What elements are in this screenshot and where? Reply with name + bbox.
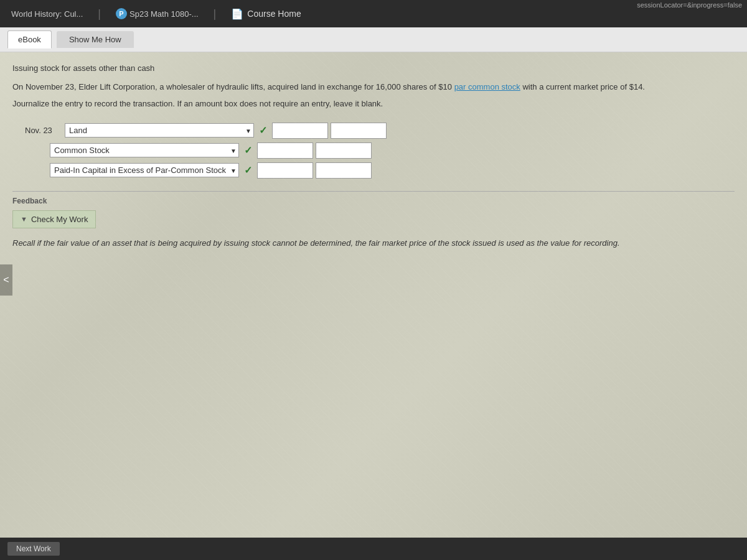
check-mark-3: ✓ <box>244 164 252 176</box>
bottom-bar: Next Work <box>0 538 747 560</box>
doc-icon: 📄 <box>231 8 243 20</box>
journal-row-3: Paid-In Capital in Excess of Par-Common … <box>50 162 735 179</box>
nav-sp23-math[interactable]: P Sp23 Math 1080-... <box>111 6 204 22</box>
input-row-3 <box>257 162 372 179</box>
account-select-3[interactable]: Paid-In Capital in Excess of Par-Common … <box>50 163 239 177</box>
credit-input-1[interactable] <box>331 123 387 139</box>
feedback-text: Recall if the fair value of an asset tha… <box>12 235 735 252</box>
nav-divider-1: | <box>98 7 101 21</box>
account-select-2[interactable]: Common Stock Land Paid-In Capital in Exc… <box>50 143 239 157</box>
issuing-title: Issuing stock for assets other than cash <box>12 62 735 75</box>
show-me-how-tab[interactable]: Show Me How <box>57 31 134 48</box>
nav-course-home[interactable]: 📄 Course Home <box>226 6 306 22</box>
date-label: Nov. 23 <box>25 126 62 135</box>
debit-input-3[interactable] <box>257 162 313 179</box>
nav-divider-2: | <box>214 7 217 21</box>
account-select-wrapper-2: Common Stock Land Paid-In Capital in Exc… <box>50 143 239 157</box>
next-work-button[interactable]: Next Work <box>7 542 60 556</box>
check-mark-2: ✓ <box>244 144 252 156</box>
left-nav-arrow[interactable]: < <box>0 264 12 296</box>
instruction: Journalize the entry to record the trans… <box>12 98 735 110</box>
url-hint: sessionLocator=&inprogress=false <box>632 0 747 10</box>
p-icon: P <box>116 8 127 19</box>
debit-input-2[interactable] <box>257 142 313 159</box>
feedback-section: Feedback ▼ Check My Work Recall if the f… <box>12 191 735 252</box>
feedback-label: Feedback <box>12 197 735 205</box>
account-select-wrapper-1: Land Common Stock Paid-In Capital in Exc… <box>65 123 254 138</box>
journal-row-2: Common Stock Land Paid-In Capital in Exc… <box>50 142 735 159</box>
par-common-stock-link[interactable]: par common stock <box>454 82 520 91</box>
input-row-1 <box>272 123 387 139</box>
credit-input-3[interactable] <box>316 162 372 179</box>
account-select-wrapper-3: Paid-In Capital in Excess of Par-Common … <box>50 163 239 177</box>
ebook-tab[interactable]: eBook <box>7 30 52 49</box>
journal-row-1: Nov. 23 Land Common Stock Paid-In Capita… <box>25 123 735 139</box>
check-mark-1: ✓ <box>259 124 267 136</box>
nav-world-history[interactable]: World History: Cul... <box>6 7 88 21</box>
journal-table: Nov. 23 Land Common Stock Paid-In Capita… <box>25 123 735 179</box>
check-my-work-button[interactable]: ▼ Check My Work <box>12 210 96 228</box>
input-row-2 <box>257 142 372 159</box>
description: On November 23, Elder Lift Corporation, … <box>12 81 735 93</box>
credit-input-2[interactable] <box>316 142 372 159</box>
ebook-bar: eBook Show Me How <box>0 27 747 52</box>
account-select-1[interactable]: Land Common Stock Paid-In Capital in Exc… <box>65 123 254 138</box>
main-content: Issuing stock for assets other than cash… <box>0 52 747 560</box>
triangle-icon: ▼ <box>21 215 27 223</box>
debit-input-1[interactable] <box>272 123 328 139</box>
